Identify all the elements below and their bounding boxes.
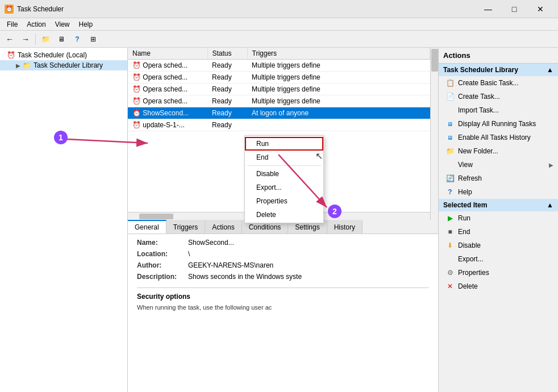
section-selected-items: ▶ Run ■ End ⬇ Disable Export... ⚙ Pro	[439, 211, 558, 293]
table-row[interactable]: ⏰ Opera sched... Ready Multiple triggers…	[128, 84, 430, 95]
folder-icon: 📁	[23, 61, 31, 69]
action-selected-run[interactable]: ▶ Run	[439, 211, 558, 225]
badge-2: 2	[328, 205, 342, 218]
task-details: General Triggers Actions Conditions Sett…	[128, 220, 438, 392]
menu-action[interactable]: Action	[22, 19, 50, 30]
task-list-scrollbar[interactable]	[430, 48, 438, 220]
table-row[interactable]: ⏰ Opera sched... Ready Multiple triggers…	[128, 72, 430, 84]
ctx-properties[interactable]: Properties	[245, 194, 323, 208]
back-button[interactable]: ←	[2, 32, 17, 46]
action-selected-export[interactable]: Export...	[439, 252, 558, 266]
tab-general[interactable]: General	[128, 220, 166, 233]
maximize-button[interactable]: □	[501, 0, 527, 18]
folder-button[interactable]: 📁	[38, 32, 53, 46]
location-value: \	[188, 250, 429, 258]
detail-content: Name: ShowSecond... Location: \ Author: …	[128, 234, 438, 315]
selected-properties-icon: ⚙	[445, 268, 455, 277]
tab-triggers[interactable]: Triggers	[166, 220, 206, 233]
title-bar: ⏰ Task Scheduler — □ ✕	[0, 0, 558, 18]
window-title: Task Scheduler	[17, 5, 64, 13]
menu-help[interactable]: Help	[74, 19, 98, 30]
action-create-task[interactable]: 📄 Create Task...	[439, 90, 558, 103]
forward-button[interactable]: →	[18, 32, 33, 46]
grid-button[interactable]: ⊞	[86, 32, 101, 46]
action-new-folder[interactable]: 📁 New Folder...	[439, 144, 558, 158]
app-icon: ⏰	[5, 5, 14, 14]
author-value: GEEKY-NARENS-MS\naren	[188, 261, 429, 269]
ctx-export[interactable]: Export...	[245, 181, 323, 194]
ctx-separator-1	[247, 165, 321, 166]
view-submenu-arrow: ▶	[549, 162, 553, 168]
action-refresh[interactable]: 🔄 Refresh	[439, 172, 558, 185]
actions-title: Actions	[439, 48, 558, 64]
context-menu: Run End Disable Export... Properties Del…	[244, 135, 324, 223]
col-triggers: Triggers	[247, 48, 430, 60]
display-running-icon: 🖥	[445, 119, 455, 128]
table-row-selected[interactable]: ⏰ ShowSecond... Ready At logon of anyone	[128, 107, 430, 119]
badge-1: 1	[54, 131, 68, 144]
action-selected-properties[interactable]: ⚙ Properties	[439, 266, 558, 280]
location-label: Location:	[137, 250, 188, 258]
new-folder-icon: 📁	[445, 147, 455, 156]
col-status: Status	[207, 48, 247, 60]
action-import-task[interactable]: Import Task...	[439, 103, 558, 117]
tree-item-library[interactable]: ▶ 📁 Task Scheduler Library	[0, 60, 127, 70]
view-icon	[445, 160, 455, 169]
clock-icon: ⏰	[7, 51, 15, 59]
name-label: Name:	[137, 239, 188, 247]
close-button[interactable]: ✕	[527, 0, 553, 18]
section-collapse-icon[interactable]: ▲	[547, 66, 553, 74]
help-icon: ?	[445, 187, 455, 197]
toolbar: ← → 📁 🖥 ? ⊞	[0, 31, 558, 48]
security-title: Security options	[137, 293, 429, 301]
refresh-icon: 🔄	[445, 174, 455, 183]
action-create-basic-task[interactable]: 📋 Create Basic Task...	[439, 76, 558, 90]
left-panel: ⏰ Task Scheduler (Local) ▶ 📁 Task Schedu…	[0, 48, 128, 392]
name-value: ShowSecond...	[188, 239, 429, 247]
tree-library-label: Task Scheduler Library	[34, 61, 103, 69]
section-library-items: 📋 Create Basic Task... 📄 Create Task... …	[439, 76, 558, 199]
action-selected-disable[interactable]: ⬇ Disable	[439, 239, 558, 252]
menu-file[interactable]: File	[2, 19, 22, 30]
ctx-end[interactable]: End	[245, 151, 323, 164]
table-row[interactable]: ⏰ update-S-1-... Ready	[128, 119, 430, 131]
description-label: Description:	[137, 273, 188, 281]
section-title-selected: Selected Item ▲	[439, 199, 558, 211]
security-desc: When running the task, use the following…	[137, 304, 429, 311]
action-help[interactable]: ? Help	[439, 185, 558, 199]
selected-run-icon: ▶	[445, 214, 455, 223]
right-panel: Actions Task Scheduler Library ▲ 📋 Creat…	[439, 48, 558, 392]
ctx-delete[interactable]: Delete	[245, 208, 323, 222]
table-row[interactable]: ⏰ Opera sched... Ready Multiple triggers…	[128, 95, 430, 107]
tree-root-label: Task Scheduler (Local)	[18, 51, 87, 59]
selected-end-icon: ■	[445, 227, 455, 236]
chevron-right-icon: ▶	[16, 62, 20, 69]
create-task-icon: 📄	[445, 92, 455, 101]
action-display-running[interactable]: 🖥 Display All Running Tasks	[439, 117, 558, 131]
minimize-button[interactable]: —	[475, 0, 501, 18]
task-table: Name Status Triggers ⏰ Opera sched... Re…	[128, 48, 430, 131]
action-selected-delete[interactable]: ✕ Delete	[439, 280, 558, 293]
action-enable-history[interactable]: 🖥 Enable All Tasks History	[439, 131, 558, 144]
author-label: Author:	[137, 261, 188, 269]
ctx-disable[interactable]: Disable	[245, 167, 323, 181]
selected-delete-icon: ✕	[445, 282, 455, 291]
col-name: Name	[128, 48, 207, 60]
section-selected-collapse-icon[interactable]: ▲	[547, 201, 553, 209]
selected-disable-icon: ⬇	[445, 241, 455, 250]
action-view[interactable]: View ▶	[439, 158, 558, 172]
tab-actions[interactable]: Actions	[205, 220, 241, 233]
tab-history[interactable]: History	[327, 220, 363, 233]
ctx-run[interactable]: Run	[245, 137, 323, 151]
action-selected-end[interactable]: ■ End	[439, 225, 558, 239]
table-row[interactable]: ⏰ Opera sched... Ready Multiple triggers…	[128, 60, 430, 72]
display-button[interactable]: 🖥	[54, 32, 69, 46]
menu-view[interactable]: View	[51, 19, 74, 30]
tree-item-root[interactable]: ⏰ Task Scheduler (Local)	[0, 50, 127, 60]
import-task-icon	[445, 106, 455, 115]
enable-history-icon: 🖥	[445, 133, 455, 142]
create-basic-task-icon: 📋	[445, 78, 455, 87]
selected-export-icon	[445, 255, 455, 264]
menu-bar: File Action View Help	[0, 18, 558, 31]
help-button[interactable]: ?	[70, 32, 85, 46]
